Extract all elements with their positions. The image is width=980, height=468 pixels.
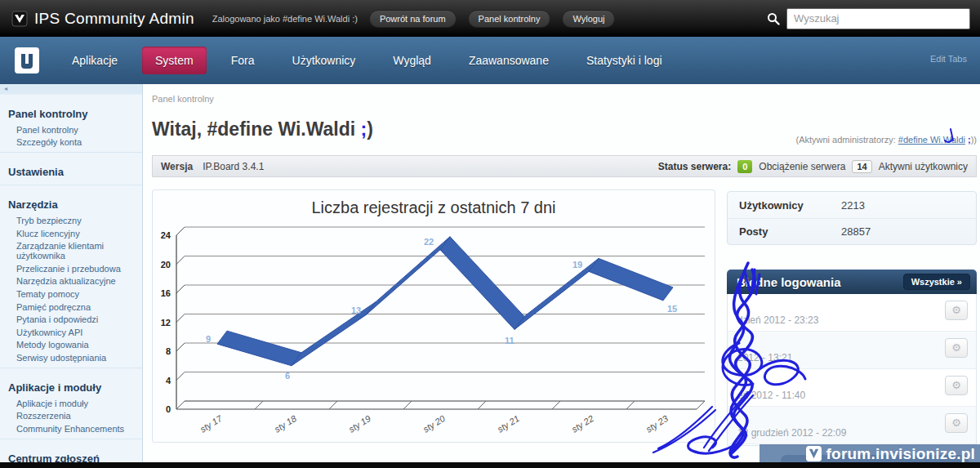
server-load-label: Obciążenie serwera	[759, 161, 845, 172]
svg-text:4: 4	[166, 376, 172, 386]
svg-text:15: 15	[667, 304, 677, 314]
sidebar-item-metody-logowania[interactable]: Metody logowania	[0, 339, 142, 352]
tab-fora[interactable]: Fora	[218, 47, 268, 74]
view-all-button[interactable]: Wszystkie »	[903, 274, 970, 290]
sidebar-section-ustawienia: Ustawienia	[0, 153, 142, 185]
svg-text:16: 16	[161, 288, 171, 298]
brand: IPS Community Admin	[11, 10, 194, 28]
tab-uzytkownicy[interactable]: Użytkownicy	[279, 47, 369, 74]
logged-in-as: Zalogowano jako #define Wi.Waldi :)	[212, 14, 358, 24]
svg-text:sty 18: sty 18	[273, 413, 299, 435]
svg-text:sty 17: sty 17	[198, 413, 225, 435]
search-input[interactable]	[786, 8, 970, 29]
svg-text:19: 19	[572, 260, 582, 270]
section-title[interactable]: Ustawienia	[0, 161, 142, 181]
section-title: Aplikacje i moduły	[0, 377, 142, 397]
sidebar-item-szczegoly-konta[interactable]: Szczegóły konta	[0, 136, 142, 149]
sidebar-item-tryb-bezpieczny[interactable]: Tryb bezpieczny	[0, 214, 142, 227]
bottom-black-bar	[0, 462, 980, 468]
registrations-line-chart: 04812162024961322111915sty 17sty 18sty 1…	[153, 219, 715, 441]
svg-text:sty 20: sty 20	[421, 413, 448, 435]
version-status-bar: Wersja IP.Board 3.4.1 Status serwera: 0 …	[152, 155, 977, 177]
sidebar-section-narzedzia: Narzędzia Tryb bezpieczny Klucz licencyj…	[0, 185, 142, 368]
edit-tabs-link[interactable]: Edit Tabs	[930, 54, 967, 64]
gear-icon[interactable]: ⚙	[945, 338, 968, 358]
back-to-forum-button[interactable]: Powrót na forum	[369, 10, 457, 28]
sidebar-item-rozszerzenia[interactable]: Rozszerzenia	[0, 409, 142, 422]
svg-text:0: 0	[166, 404, 171, 414]
active-admin-link[interactable]: #define Wi.Waldi	[898, 135, 965, 145]
svg-text:sty 19: sty 19	[347, 413, 372, 435]
tab-statystyki[interactable]: Statystyki i logi	[573, 47, 675, 74]
ipb-home-icon[interactable]	[15, 47, 39, 74]
forum-stats-panel: Użytkownicy 2213 Posty 28857	[727, 191, 977, 245]
active-users-label: Aktywni użytkownicy	[879, 161, 968, 172]
users-count: 2213	[841, 199, 865, 212]
tab-aplikacje[interactable]: Aplikacje	[59, 47, 131, 74]
sidebar-item-serwisy-udostepniania[interactable]: Serwisy udostępniania	[0, 351, 142, 364]
gear-icon[interactable]: ⚙	[945, 376, 968, 395]
sidebar-section-panel-kontrolny: Panel kontrolny Panel kontrolny Szczegół…	[0, 95, 142, 153]
svg-text:sty 21: sty 21	[496, 413, 521, 435]
chart-title: Liczba rejestracji z ostatnich 7 dni	[153, 190, 715, 217]
svg-text:12: 12	[161, 318, 171, 328]
search-icon	[767, 12, 780, 25]
sidebar-item-uzytkownicy-api[interactable]: Użytkownicy API	[0, 326, 142, 339]
logout-button[interactable]: Wyloguj	[562, 10, 615, 28]
breadcrumb[interactable]: Panel kontrolny	[152, 94, 214, 104]
watermark-text: forum.invisionize.pl	[826, 445, 975, 463]
svg-text:22: 22	[424, 237, 434, 247]
sidebar: ◂ Panel kontrolny Panel kontrolny Szczeg…	[0, 84, 143, 468]
watermark-bar: forum.invisionize.pl	[760, 444, 980, 463]
page-title: Witaj, #define Wi.Waldi ;)	[152, 118, 373, 140]
server-load-badge: 0	[737, 160, 752, 173]
version-value: IP.Board 3.4.1	[203, 161, 264, 172]
tab-wyglad[interactable]: Wygląd	[380, 47, 444, 74]
sidebar-section-aplikacje-moduly: Aplikacje i moduły Aplikacje i moduły Ro…	[0, 368, 142, 439]
failed-login-row: 12 grudzień 2012 - 22:09 ⚙	[728, 407, 976, 444]
svg-text:sty 22: sty 22	[570, 413, 595, 435]
sidebar-item-narzedzia-aktualizacyjne[interactable]: Narzędzia aktualizacyjne	[0, 275, 142, 288]
top-admin-bar: IPS Community Admin Zalogowano jako #def…	[0, 0, 980, 37]
svg-text:9: 9	[206, 334, 211, 344]
app-title: IPS Community Admin	[34, 10, 194, 28]
sidebar-item-pamiec-podreczna[interactable]: Pamięć podręczna	[0, 301, 142, 314]
tab-system[interactable]: System	[142, 47, 207, 74]
ips-logo-icon	[11, 11, 28, 27]
sidebar-item-zarzadzanie-klientami[interactable]: Zarządzanie klientami użytkownika	[0, 239, 142, 262]
svg-text:20: 20	[161, 260, 171, 270]
server-status-label: Status serwera:	[658, 161, 731, 172]
svg-text:13: 13	[351, 305, 361, 315]
sidebar-item-panel-kontrolny[interactable]: Panel kontrolny	[0, 123, 142, 136]
svg-text:6: 6	[285, 371, 290, 381]
stats-row-users: Użytkownicy 2213	[728, 192, 976, 218]
active-admins: (Aktywni administratorzy: #define Wi.Wal…	[796, 135, 978, 145]
sidebar-item-przeliczanie[interactable]: Przeliczanie i przebudowa	[0, 262, 142, 275]
section-title: Panel kontrolny	[0, 103, 142, 123]
section-title: Narzędzia	[0, 194, 142, 214]
failed-logins-header: Błędne logowania Wszystkie »	[727, 270, 977, 294]
version-label: Wersja	[161, 161, 193, 172]
failed-login-row: 2012 - 13:21 ⚙	[728, 332, 976, 369]
control-panel-button[interactable]: Panel kontrolny	[468, 10, 551, 28]
sidebar-item-klucz-licencyjny[interactable]: Klucz licencyjny	[0, 227, 142, 240]
tab-zaawansowane[interactable]: Zaawansowane	[456, 47, 562, 74]
main-content: Panel kontrolny Witaj, #define Wi.Waldi …	[144, 84, 980, 468]
posts-count: 28857	[841, 225, 871, 238]
sidebar-item-aplikacje-moduly[interactable]: Aplikacje i moduły	[0, 397, 142, 410]
svg-text:sty 23: sty 23	[644, 413, 670, 435]
sidebar-collapse-toggle[interactable]: ◂	[0, 84, 142, 95]
registrations-chart-panel: Liczba rejestracji z ostatnich 7 dni 048…	[152, 189, 715, 443]
failed-logins-list: dzień 2012 - 23:23 ⚙ 2012 - 13:21 ⚙ eń 2…	[727, 294, 977, 446]
active-users-badge: 14	[852, 160, 871, 173]
failed-login-row: eń 2012 - 11:40 ⚙	[728, 369, 976, 407]
failed-logins-title: Błędne logowania	[737, 275, 841, 289]
collapse-arrow-icon: ◂	[4, 85, 7, 92]
svg-text:11: 11	[505, 336, 514, 345]
gear-icon[interactable]: ⚙	[945, 413, 968, 433]
failed-login-row: dzień 2012 - 23:23 ⚙	[728, 294, 976, 332]
sidebar-item-tematy-pomocy[interactable]: Tematy pomocy	[0, 287, 142, 301]
sidebar-item-pytania-odpowiedzi[interactable]: Pytania i odpowiedzi	[0, 313, 142, 326]
sidebar-item-community-enhancements[interactable]: Community Enhancements	[0, 422, 142, 435]
gear-icon[interactable]: ⚙	[945, 301, 968, 320]
